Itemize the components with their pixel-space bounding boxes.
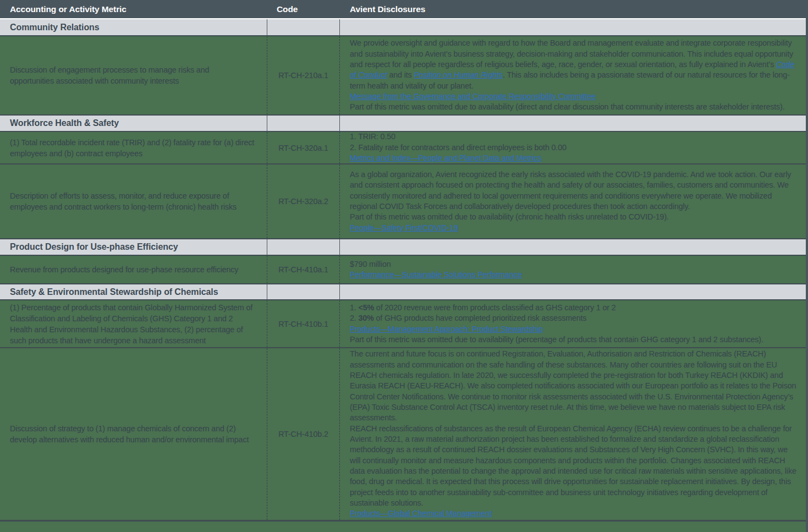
header-accounting-metric: Accounting or Activity Metric — [0, 4, 267, 14]
metric-cell: Discussion of engagement processes to ma… — [0, 36, 267, 114]
disclosure-block: Performance—Sustainable Solutions Perfor… — [350, 270, 800, 280]
code-text: RT-CH-410a.1 — [278, 265, 328, 274]
disclosure-cell: We provide oversight and guidance with r… — [340, 36, 806, 114]
code-text: RT-CH-320a.1 — [278, 144, 328, 152]
code-cell: RT-CH-410b.2 — [267, 348, 340, 520]
metric-text: (1) Total recordable incident rate (TRIR… — [10, 137, 255, 159]
section-title-cell: Community Relations — [0, 19, 267, 35]
disclosure-block: 2. Fatality rate for contractors and dir… — [350, 142, 800, 153]
disclosure-cell: As a global organization, Avient recogni… — [340, 164, 806, 238]
disclosure-text: 1. — [350, 303, 358, 312]
disclosure-block: Products—Management Approach: Product St… — [350, 324, 800, 334]
disclosure-block: Message from the Governance and Corporat… — [350, 91, 800, 102]
header-avient-disclosures: Avient Disclosures — [340, 4, 806, 14]
metric-cell: (1) Percentage of products that contain … — [0, 300, 267, 347]
disclosure-block: Metrics and Index—People and Planet Data… — [350, 153, 800, 163]
disclosure-block: People—Safety First/COVID-19 — [350, 223, 800, 233]
disclosure-link[interactable]: People—Safety First/COVID-19 — [350, 223, 458, 232]
code-text: RT-CH-410b.1 — [278, 320, 328, 328]
code-cell: RT-CH-410a.1 — [267, 256, 340, 283]
section-code-cell — [267, 284, 340, 299]
table-bottom-strip — [0, 520, 806, 532]
disclosure-link[interactable]: Metrics and Index—People and Planet Data… — [350, 153, 541, 162]
disclosure-text: $790 million — [350, 260, 391, 268]
code-cell: RT-CH-320a.1 — [267, 132, 340, 163]
table-row-rt-ch-410a-1: Revenue from products designed for use-p… — [0, 255, 806, 283]
table-row-rt-ch-320a-2: Description of efforts to assess, monito… — [0, 163, 806, 238]
section-row-workforce-health-safety: Workforce Health & Safety — [0, 114, 806, 131]
section-title-cell: Safety & Environmental Stewardship of Ch… — [0, 284, 267, 299]
disclosure-block: Part of this metric was omitted due to a… — [350, 102, 800, 112]
metric-cell: (1) Total recordable incident rate (TRIR… — [0, 132, 267, 163]
metric-cell: Revenue from products designed for use-p… — [0, 256, 267, 283]
section-title: Safety & Environmental Stewardship of Ch… — [10, 287, 218, 297]
disclosure-block: We provide oversight and guidance with r… — [350, 38, 800, 91]
disclosure-block: The current and future focus is on conti… — [350, 349, 800, 423]
table-row-rt-ch-320a-1: (1) Total recordable incident rate (TRIR… — [0, 131, 806, 163]
disclosure-block: REACH reclassifications of substances as… — [350, 424, 800, 509]
disclosure-text-bold: <5% — [358, 303, 374, 312]
table-row-rt-ch-410b-2: Discussion of strategy to (1) manage che… — [0, 347, 806, 520]
section-title: Community Relations — [10, 23, 100, 32]
table-row-rt-ch-410b-1: (1) Percentage of products that contain … — [0, 299, 806, 347]
disclosure-cell: 1. TRIR: 0.502. Fatality rate for contra… — [340, 132, 806, 163]
metric-text: (1) Percentage of products that contain … — [10, 302, 255, 346]
section-code-cell — [267, 239, 340, 255]
disclosure-block: Part of this metric was omitted due to a… — [350, 212, 800, 222]
disclosure-block: 2. 30% of GHG products have completed pr… — [350, 313, 800, 323]
code-text: RT-CH-320a.2 — [278, 197, 328, 206]
section-title-cell: Workforce Health & Safety — [0, 116, 267, 131]
disclosure-text: Part of this metric was omitted due to a… — [350, 335, 763, 344]
metric-text: Revenue from products designed for use-p… — [10, 264, 238, 275]
section-disclosure-cell — [340, 116, 806, 131]
code-cell: RT-CH-210a.1 — [267, 36, 340, 114]
disclosure-block: 1. <5% of 2020 revenue were from product… — [350, 303, 800, 313]
section-row-product-design-for-use-phase-efficiency: Product Design for Use-phase Efficiency — [0, 238, 806, 255]
disclosure-link[interactable]: Position on Human Rights — [414, 70, 503, 79]
section-title-cell: Product Design for Use-phase Efficiency — [0, 239, 267, 255]
disclosure-cell: The current and future focus is on conti… — [340, 348, 806, 520]
disclosure-block: $790 million — [350, 259, 800, 270]
metric-text: Description of efforts to assess, monito… — [10, 190, 255, 212]
disclosure-text-bold: 30% — [358, 314, 373, 322]
disclosure-text: As a global organization, Avient recogni… — [350, 170, 791, 211]
disclosure-text: of GHG products have completed prioritiz… — [374, 314, 587, 322]
disclosure-link[interactable]: Message from the Governance and Corporat… — [350, 92, 596, 101]
disclosure-link[interactable]: Products—Management Approach: Product St… — [350, 325, 543, 333]
section-code-cell — [267, 116, 340, 131]
sasb-disclosure-table: Accounting or Activity Metric Code Avien… — [0, 0, 808, 532]
section-row-community-relations: Community Relations — [0, 19, 806, 35]
disclosure-link[interactable]: Performance—Sustainable Solutions Perfor… — [350, 270, 522, 279]
section-disclosure-cell — [340, 19, 806, 35]
section-code-cell — [267, 19, 340, 35]
metric-cell: Description of efforts to assess, monito… — [0, 164, 267, 238]
section-disclosure-cell — [340, 239, 806, 255]
code-text: RT-CH-410b.2 — [278, 430, 328, 438]
table-header-row: Accounting or Activity Metric Code Avien… — [0, 0, 806, 18]
header-code: Code — [267, 4, 340, 14]
disclosure-cell: $790 millionPerformance—Sustainable Solu… — [340, 256, 806, 283]
code-text: RT-CH-210a.1 — [278, 71, 328, 80]
disclosure-text: and its — [387, 70, 414, 79]
disclosure-text: 2. Fatality rate for contractors and dir… — [350, 143, 567, 152]
code-cell: RT-CH-320a.2 — [267, 164, 340, 238]
section-row-safety-environmental-stewardship-of-chemicals: Safety & Environmental Stewardship of Ch… — [0, 283, 806, 299]
table-body: Community RelationsDiscussion of engagem… — [0, 19, 806, 520]
metric-text: Discussion of strategy to (1) manage che… — [10, 423, 255, 445]
code-cell: RT-CH-410b.1 — [267, 300, 340, 347]
section-disclosure-cell — [340, 284, 806, 299]
disclosure-block: As a global organization, Avient recogni… — [350, 169, 800, 212]
disclosure-cell: 1. <5% of 2020 revenue were from product… — [340, 300, 806, 347]
table-row-rt-ch-210a-1: Discussion of engagement processes to ma… — [0, 35, 806, 114]
disclosure-text: 1. TRIR: 0.50 — [350, 132, 395, 141]
disclosure-text: Part of this metric was omitted due to a… — [350, 212, 669, 221]
section-title: Product Design for Use-phase Efficiency — [10, 242, 178, 252]
disclosure-text: We provide oversight and guidance with r… — [350, 39, 793, 69]
disclosure-text: 2. — [350, 314, 358, 322]
disclosure-link[interactable]: Products—Global Chemical Management — [350, 509, 492, 518]
metric-text: Discussion of engagement processes to ma… — [10, 64, 255, 86]
disclosure-block: Part of this metric was omitted due to a… — [350, 334, 800, 345]
metric-cell: Discussion of strategy to (1) manage che… — [0, 348, 267, 520]
disclosure-text: The current and future focus is on conti… — [350, 349, 796, 422]
disclosure-text: of 2020 revenue were from products class… — [374, 303, 615, 312]
